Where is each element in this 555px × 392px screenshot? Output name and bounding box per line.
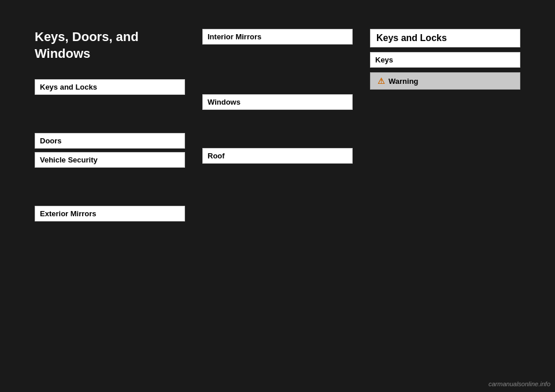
column-2: Interior Mirrors Windows Roof xyxy=(197,23,358,357)
spacer4 xyxy=(202,83,353,94)
page-container: Keys, Doors, and Windows Keys and Locks … xyxy=(0,0,555,392)
col3-title[interactable]: Keys and Locks xyxy=(370,29,520,47)
column-3: Keys and Locks Keys ⚠ Warning xyxy=(358,23,520,357)
section-keys-locks[interactable]: Keys and Locks xyxy=(35,79,185,95)
spacer3 xyxy=(202,48,353,83)
warning-label: Warning xyxy=(388,77,419,86)
section-windows[interactable]: Windows xyxy=(202,94,353,110)
section-doors[interactable]: Doors xyxy=(35,133,185,149)
col3-subsection[interactable]: Keys xyxy=(370,52,520,68)
section-interior-mirrors[interactable]: Interior Mirrors xyxy=(202,29,353,45)
section-exterior-mirrors[interactable]: Exterior Mirrors xyxy=(35,206,185,221)
section-roof[interactable]: Roof xyxy=(202,148,353,164)
warning-box: ⚠ Warning xyxy=(370,72,520,90)
column-1: Keys, Doors, and Windows Keys and Locks … xyxy=(35,23,197,357)
main-title: Keys, Doors, and Windows xyxy=(35,29,185,62)
warning-icon: ⚠ xyxy=(378,76,385,86)
spacer2 xyxy=(35,171,185,206)
content-area: Keys, Doors, and Windows Keys and Locks … xyxy=(35,23,520,357)
watermark: carmanualsonline.info xyxy=(489,380,550,387)
section-vehicle-security[interactable]: Vehicle Security xyxy=(35,152,185,168)
spacer1 xyxy=(35,98,185,133)
spacer5 xyxy=(202,113,353,148)
